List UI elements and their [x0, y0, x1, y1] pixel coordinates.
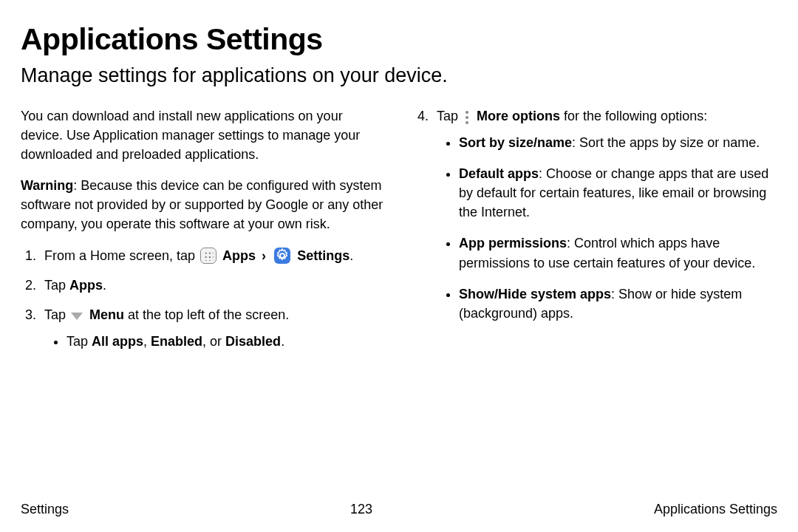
opt-default-bold: Default apps	[459, 166, 539, 181]
opt-default-apps: Default apps: Choose or change apps that…	[459, 164, 777, 222]
more-options-icon	[463, 111, 471, 124]
step-3-bullets: Tap All apps, Enabled, or Disabled.	[44, 332, 385, 351]
step-3-b1: All apps	[92, 334, 143, 349]
step-4: Tap More options for the following optio…	[432, 106, 777, 323]
footer-left: Settings	[21, 502, 69, 517]
step-4-prefix: Tap	[437, 109, 462, 123]
warning-paragraph: Warning: Because this device can be conf…	[21, 176, 385, 233]
settings-label: Settings	[297, 248, 349, 263]
page-footer: Settings 123 Applications Settings	[21, 502, 777, 517]
step-4-suffix: for the following options:	[560, 109, 707, 123]
settings-gear-icon	[274, 248, 290, 264]
step-3: Tap Menu at the top left of the screen. …	[40, 305, 385, 351]
page-subtitle: Manage settings for applications on your…	[21, 64, 777, 87]
opt-sort-text: : Sort the apps by size or name.	[572, 135, 760, 150]
column-right: Tap More options for the following optio…	[413, 106, 777, 363]
step-4-bullets: Sort by size/name: Sort the apps by size…	[437, 133, 777, 323]
step-1-prefix: From a Home screen, tap	[44, 248, 199, 263]
opt-system-bold: Show/Hide system apps	[459, 287, 611, 301]
opt-sort-bold: Sort by size/name	[459, 135, 572, 150]
step-3-bullet-1: Tap All apps, Enabled, or Disabled.	[66, 332, 385, 351]
step-4-bold: More options	[477, 109, 560, 123]
warning-label: Warning	[21, 178, 73, 193]
steps-list-right: Tap More options for the following optio…	[413, 106, 777, 323]
opt-system-apps: Show/Hide system apps: Show or hide syst…	[459, 284, 777, 323]
step-3-suffix: at the top left of the screen.	[124, 307, 289, 322]
intro-paragraph: You can download and install new applica…	[21, 106, 385, 164]
apps-grid-icon	[200, 248, 216, 264]
step-3-b2: Enabled	[151, 334, 202, 349]
opt-sort: Sort by size/name: Sort the apps by size…	[459, 133, 777, 152]
step-2-bold: Apps	[69, 278, 103, 293]
step-1-period: .	[349, 248, 353, 263]
step-2-prefix: Tap	[44, 278, 69, 293]
dropdown-triangle-icon	[71, 313, 83, 320]
step-2-period: .	[103, 278, 106, 293]
footer-page-number: 123	[350, 502, 372, 517]
page-title: Applications Settings	[21, 22, 777, 57]
opt-permissions-bold: App permissions	[459, 236, 567, 250]
step-1: From a Home screen, tap Apps › Settings.	[40, 246, 385, 265]
step-3-bullet-prefix: Tap	[66, 334, 92, 349]
opt-permissions: App permissions: Control which apps have…	[459, 233, 777, 272]
steps-list-left: From a Home screen, tap Apps › Settings.…	[21, 246, 385, 351]
warning-text: : Because this device can be configured …	[21, 178, 383, 231]
step-2: Tap Apps.	[40, 276, 385, 295]
step-3-bold: Menu	[89, 307, 124, 322]
apps-label: Apps	[222, 248, 256, 263]
column-left: You can download and install new applica…	[21, 106, 385, 363]
content-columns: You can download and install new applica…	[21, 106, 777, 363]
step-3-c2: , or	[202, 334, 225, 349]
step-3-prefix: Tap	[44, 307, 69, 322]
step-3-b3: Disabled	[225, 334, 281, 349]
step-3-c1: ,	[143, 334, 151, 349]
step-3-bullet-period: .	[281, 334, 284, 349]
svg-point-0	[280, 253, 284, 258]
chevron-icon: ›	[262, 248, 266, 263]
footer-right: Applications Settings	[654, 502, 777, 517]
